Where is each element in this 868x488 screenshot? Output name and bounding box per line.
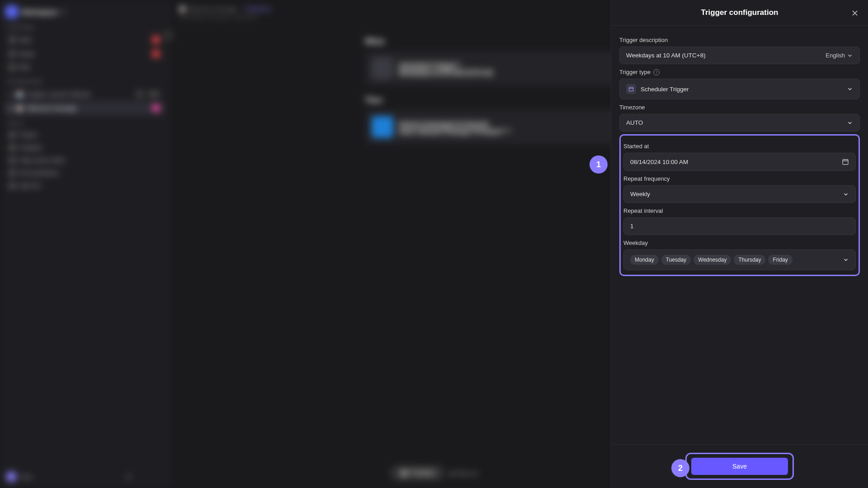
- status-badge: Published: [245, 5, 270, 12]
- save-highlight: Save: [685, 453, 794, 480]
- publish-button[interactable]: Publish: [390, 465, 444, 481]
- weekday-select[interactable]: Monday Tuesday Wednesday Thursday Friday: [623, 249, 856, 270]
- sidebar: Workspace ▾ PLATFORM Note Sheet Wiki AUT…: [0, 0, 170, 488]
- trigger-config-panel: Trigger configuration Trigger descriptio…: [611, 0, 868, 488]
- weekday-chip-fri[interactable]: Friday: [768, 255, 792, 265]
- callout-2: 2: [671, 459, 689, 477]
- close-icon: [851, 9, 859, 17]
- panel-body: Trigger description Weekdays at 10 AM (U…: [611, 26, 868, 444]
- schedule-highlight: Started at Repeat frequency Weekly Repea…: [619, 134, 860, 276]
- badge-icon: [136, 90, 144, 98]
- timezone-label: Timezone: [619, 104, 860, 111]
- started-at-label: Started at: [623, 143, 856, 150]
- sidebar-item-tickets[interactable]: Tickets: [5, 129, 164, 141]
- sheet-icon: [9, 51, 15, 57]
- language-selector[interactable]: English: [826, 52, 853, 59]
- bottom-actions: Publish ▶ Test run: [390, 465, 478, 481]
- caret-icon: ▸: [9, 91, 12, 98]
- clipboard-icon: 📋: [179, 5, 186, 12]
- sidebar-item-note[interactable]: Note: [5, 33, 164, 47]
- workspace-switcher[interactable]: Workspace ▾: [5, 5, 164, 18]
- sidebar-item-automation-1[interactable]: ▸📋Welcome message: [5, 101, 164, 115]
- repeat-interval-field[interactable]: [623, 217, 856, 235]
- trigger-description-label: Trigger description: [619, 37, 860, 43]
- chevron-down-icon: [847, 52, 853, 59]
- sidebar-item-analytics[interactable]: Analytics: [5, 141, 164, 154]
- info-icon: [9, 183, 15, 189]
- wiki-icon: [9, 64, 15, 70]
- section-platform: PLATFORM: [5, 25, 164, 30]
- scheduler-icon: [372, 57, 393, 79]
- play-icon: ▶: [451, 470, 455, 477]
- calendar-icon[interactable]: [842, 158, 849, 165]
- help-icon: [9, 157, 15, 164]
- timezone-value: AUTO: [626, 119, 643, 126]
- save-button[interactable]: Save: [691, 458, 788, 475]
- message-icon: [372, 116, 393, 138]
- caret-icon: ▸: [9, 105, 12, 112]
- repeat-interval-input[interactable]: [630, 223, 849, 230]
- weekday-chip-mon[interactable]: Monday: [630, 255, 659, 265]
- note-icon: [9, 37, 15, 43]
- started-at-field[interactable]: [623, 153, 856, 171]
- user-footer[interactable]: User⚙: [6, 472, 132, 482]
- analytics-icon: [9, 145, 15, 151]
- weekday-chip-thu[interactable]: Thursday: [734, 255, 765, 265]
- badge-icon: [152, 50, 160, 58]
- chevron-down-icon: [843, 257, 849, 263]
- breadcrumb[interactable]: 📋 Welcome message: [179, 5, 237, 12]
- workspace-icon: [5, 5, 18, 18]
- sidebar-item-personalization[interactable]: Personalization: [5, 167, 164, 179]
- sidebar-item-wiki[interactable]: Wiki: [5, 61, 164, 73]
- repeat-frequency-value: Weekly: [630, 191, 650, 197]
- svg-rect-0: [629, 87, 633, 91]
- trigger-description-value: Weekdays at 10 AM (UTC+8): [626, 52, 706, 59]
- section-automations: AUTOMATIONS: [5, 80, 164, 84]
- chevron-down-icon: ▾: [61, 8, 65, 16]
- sidebar-item-app-info[interactable]: App info: [5, 179, 164, 192]
- callout-1: 1: [590, 155, 608, 174]
- trigger-description-field[interactable]: Weekdays at 10 AM (UTC+8) English: [619, 47, 860, 64]
- panel-title: Trigger configuration: [701, 8, 778, 17]
- weekday-chips: Monday Tuesday Wednesday Thursday Friday: [630, 255, 839, 265]
- person-icon: [9, 170, 15, 176]
- svg-rect-1: [843, 160, 848, 164]
- trigger-type-select[interactable]: Scheduler Trigger: [619, 79, 860, 99]
- started-at-input[interactable]: [630, 159, 838, 165]
- workspace-name: Workspace: [22, 8, 58, 16]
- preview-button[interactable]: ▶ Test run: [451, 470, 478, 477]
- badge-icon: [152, 36, 160, 44]
- collapse-sidebar-button[interactable]: [164, 31, 173, 40]
- chevron-down-icon: [843, 191, 849, 197]
- avatar: [6, 472, 16, 482]
- panel-header: Trigger configuration: [611, 0, 868, 26]
- badge-icon: [152, 104, 160, 112]
- info-icon[interactable]: ?: [653, 69, 660, 75]
- weekday-chip-wed[interactable]: Wednesday: [693, 255, 731, 265]
- dot-icon: [400, 469, 408, 477]
- repeat-interval-label: Repeat interval: [623, 207, 856, 214]
- chevron-down-icon: [847, 120, 853, 126]
- repeat-frequency-label: Repeat frequency: [623, 175, 856, 182]
- repeat-frequency-select[interactable]: Weekly: [623, 185, 856, 203]
- weekday-label: Weekday: [623, 239, 856, 246]
- weekday-chip-tue[interactable]: Tuesday: [661, 255, 691, 265]
- panel-footer: Save: [611, 444, 868, 488]
- sidebar-item-sheet[interactable]: Sheet: [5, 47, 164, 61]
- sidebar-item-help-editor[interactable]: Help center editor: [5, 154, 164, 166]
- close-button[interactable]: [850, 8, 860, 18]
- ticket-icon: [9, 132, 15, 138]
- settings-icon[interactable]: ⚙: [126, 474, 132, 480]
- sidebar-item-automation-0[interactable]: ▸🗓️English Learner NetworkDraft: [5, 87, 164, 101]
- section-tools: TOOLS: [5, 121, 164, 126]
- trigger-type-value: Scheduler Trigger: [641, 86, 689, 93]
- timezone-select[interactable]: AUTO: [619, 114, 860, 131]
- scheduler-icon: [626, 84, 636, 94]
- chevron-down-icon: [847, 86, 853, 92]
- trigger-type-label: Trigger type ?: [619, 69, 860, 75]
